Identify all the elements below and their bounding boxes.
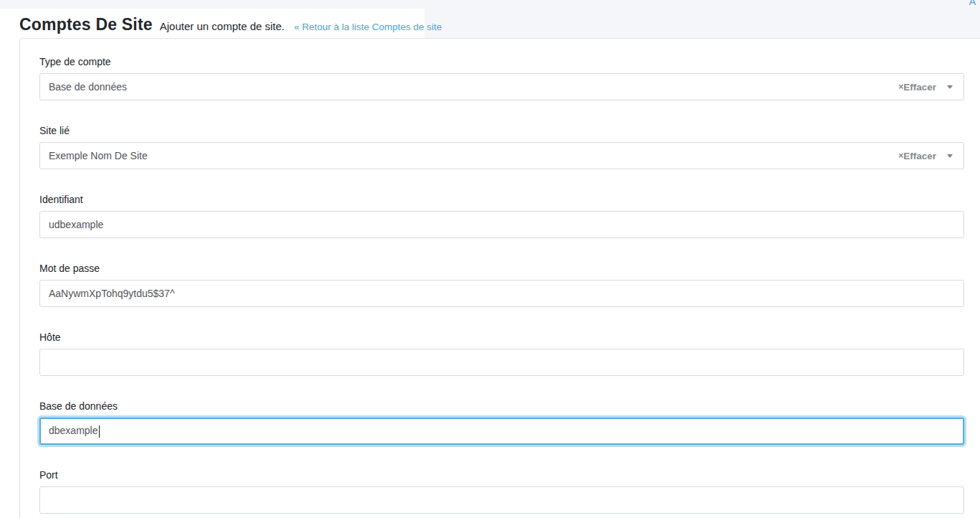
field-label-port: Port xyxy=(39,469,964,481)
field-label-database: Base de données xyxy=(39,400,964,412)
field-value: dbexample xyxy=(49,425,100,438)
page-title: Comptes De Site xyxy=(19,15,153,34)
field-label-password: Mot de passe xyxy=(39,263,964,274)
field-label-username: Identifiant xyxy=(39,194,964,205)
chevron-down-icon[interactable] xyxy=(947,85,953,89)
top-bar: A Comptes De Site Ajouter un compte de s… xyxy=(0,0,980,38)
field-value: Base de données xyxy=(49,81,127,93)
site-account-form: Type de compte Base de données ×Effacer … xyxy=(39,56,964,514)
form-group-password: Mot de passe AaNywmXpTohq9ytdu5$37^ xyxy=(39,263,964,307)
form-group-linked-site: Site lié Exemple Nom De Site ×Effacer xyxy=(39,125,964,169)
back-to-list-link[interactable]: « Retour à la liste Comptes de site xyxy=(294,22,442,32)
chevron-down-icon[interactable] xyxy=(947,154,953,158)
field-input-database[interactable]: dbexample xyxy=(39,418,964,445)
form-group-username: Identifiant udbexample xyxy=(39,194,964,238)
form-group-account-type: Type de compte Base de données ×Effacer xyxy=(39,56,964,100)
field-input-port[interactable] xyxy=(39,486,964,514)
field-input-username[interactable]: udbexample xyxy=(39,211,964,238)
field-input-password[interactable]: AaNywmXpTohq9ytdu5$37^ xyxy=(39,280,964,307)
select-controls: ×Effacer xyxy=(898,151,955,161)
field-input-account-type[interactable]: Base de données ×Effacer xyxy=(39,73,964,100)
form-group-host: Hôte xyxy=(39,331,964,376)
field-label-host: Hôte xyxy=(39,331,964,343)
page-subtitle: Ajouter un compte de site. xyxy=(160,20,285,32)
text-cursor xyxy=(99,425,100,438)
clear-button[interactable]: ×Effacer xyxy=(898,151,936,161)
field-input-host[interactable] xyxy=(39,349,964,376)
field-label-account-type: Type de compte xyxy=(39,56,964,67)
topbar-cutoff-link[interactable]: A xyxy=(969,0,976,6)
form-card: Type de compte Base de données ×Effacer … xyxy=(19,38,980,518)
form-group-database: Base de données dbexample xyxy=(39,400,964,445)
field-input-linked-site[interactable]: Exemple Nom De Site ×Effacer xyxy=(39,142,964,169)
form-group-port: Port xyxy=(39,469,964,514)
field-value: udbexample xyxy=(49,219,103,230)
clear-button[interactable]: ×Effacer xyxy=(898,82,936,93)
field-value: AaNywmXpTohq9ytdu5$37^ xyxy=(49,288,174,299)
page-header: Comptes De Site Ajouter un compte de sit… xyxy=(0,9,424,38)
select-controls: ×Effacer xyxy=(898,82,955,93)
field-value: Exemple Nom De Site xyxy=(49,150,148,161)
field-label-linked-site: Site lié xyxy=(39,125,964,136)
